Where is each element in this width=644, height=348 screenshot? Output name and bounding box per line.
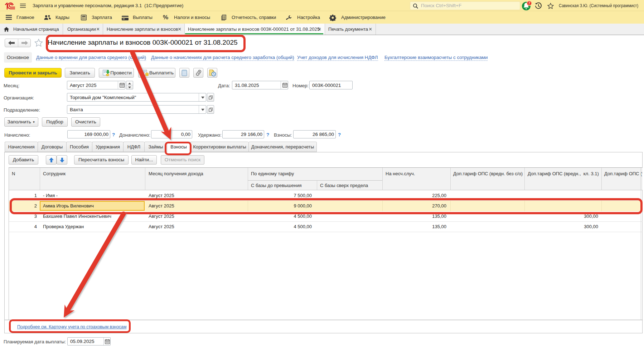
svg-text:7: 7 bbox=[528, 1, 530, 5]
